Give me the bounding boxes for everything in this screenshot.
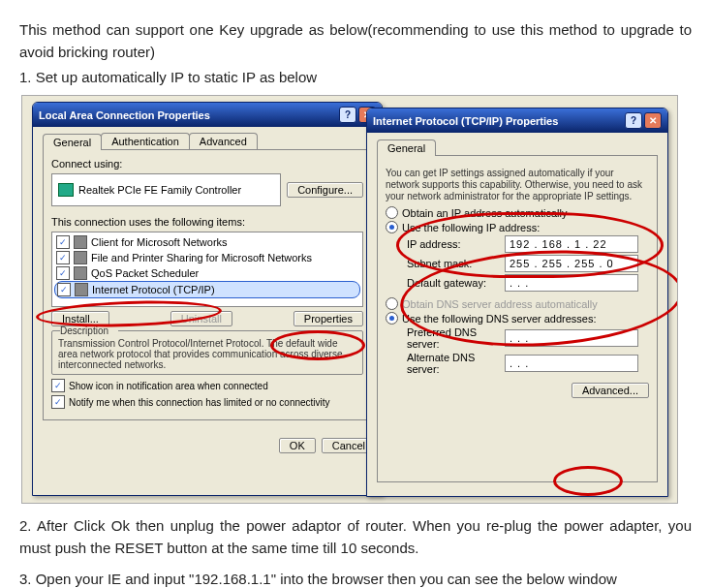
dialog-buttons-tcp: OK Cancel	[367, 490, 667, 497]
preferred-dns-label: Preferred DNS server:	[407, 326, 499, 350]
radio-obtain-ip[interactable]: Obtain an IP address automatically	[386, 206, 649, 219]
description-label: Description	[60, 325, 118, 336]
close-icon[interactable]: ✕	[644, 112, 662, 129]
tab-general[interactable]: General	[43, 134, 102, 150]
radio-use-dns[interactable]: Use the following DNS server addresses:	[386, 312, 649, 325]
advanced-button[interactable]: Advanced...	[572, 383, 649, 398]
service-icon	[74, 266, 87, 280]
default-gateway-field[interactable]: . . .	[505, 274, 638, 292]
checkbox-show-icon[interactable]: ✓	[51, 379, 65, 392]
window-lan-properties: Local Area Connection Properties ? ✕ Gen…	[32, 102, 383, 496]
adapter-field: Realtek PCIe FE Family Controller	[51, 173, 281, 206]
install-button[interactable]: Install...	[51, 311, 109, 326]
tab-authentication[interactable]: Authentication	[101, 133, 190, 149]
checkbox-notify[interactable]: ✓	[51, 395, 65, 409]
checkbox-icon[interactable]: ✓	[57, 283, 71, 296]
checkbox-icon[interactable]: ✓	[56, 251, 70, 264]
subnet-mask-field[interactable]: 255 . 255 . 255 . 0	[505, 255, 638, 272]
ip-address-label: IP address:	[407, 238, 499, 250]
help-icon[interactable]: ?	[339, 107, 356, 123]
client-icon	[74, 235, 87, 249]
radio-obtain-dns: Obtain DNS server address automatically	[386, 297, 649, 310]
service-icon	[74, 251, 87, 264]
show-icon-label: Show icon in notification area when conn…	[69, 381, 268, 391]
checkbox-icon[interactable]: ✓	[56, 266, 70, 280]
components-listbox[interactable]: ✓Client for Microsoft Networks ✓File and…	[51, 232, 363, 307]
list-item-tcpip: ✓Internet Protocol (TCP/IP)	[54, 281, 360, 298]
network-adapter-icon	[58, 183, 74, 197]
uninstall-button: Uninstall	[170, 311, 232, 326]
ok-button[interactable]: OK	[279, 438, 316, 453]
screenshot-panel: Local Area Connection Properties ? ✕ Gen…	[21, 95, 678, 504]
connect-using-label: Connect using:	[51, 158, 363, 170]
tabs-lan: General Authentication Advanced	[43, 133, 372, 149]
step-1: 1. Set up automatically IP to static IP …	[19, 69, 692, 85]
tcp-intro-text: You can get IP settings assigned automat…	[386, 168, 649, 202]
configure-button[interactable]: Configure...	[287, 182, 363, 198]
description-group: Description Transmission Control Protoco…	[51, 330, 363, 375]
help-icon[interactable]: ?	[625, 112, 642, 129]
adapter-name: Realtek PCIe FE Family Controller	[78, 184, 241, 196]
title-tcp: Internet Protocol (TCP/IP) Properties	[373, 115, 558, 127]
properties-button[interactable]: Properties	[294, 311, 363, 326]
window-tcpip-properties: Internet Protocol (TCP/IP) Properties ? …	[366, 108, 668, 497]
tab-general-tcp[interactable]: General	[377, 139, 436, 156]
titlebar-lan[interactable]: Local Area Connection Properties ? ✕	[33, 103, 382, 127]
description-text: Transmission Control Protocol/Internet P…	[58, 338, 356, 370]
list-item: ✓Client for Microsoft Networks	[54, 234, 360, 250]
list-item: ✓QoS Packet Scheduler	[54, 265, 360, 281]
titlebar-tcp[interactable]: Internet Protocol (TCP/IP) Properties ? …	[367, 108, 667, 133]
default-gateway-label: Default gateway:	[407, 277, 499, 289]
subnet-mask-label: Subnet mask:	[407, 258, 499, 269]
dialog-buttons-lan: OK Cancel	[33, 428, 382, 463]
title-lan: Local Area Connection Properties	[39, 109, 210, 121]
items-label: This connection uses the following items…	[51, 216, 363, 228]
tab-advanced[interactable]: Advanced	[189, 133, 258, 149]
list-item: ✓File and Printer Sharing for Microsoft …	[54, 250, 360, 265]
checkbox-icon[interactable]: ✓	[56, 235, 70, 249]
step-3: 3. Open your IE and input "192.168.1.1" …	[19, 569, 692, 588]
ip-fields-group: IP address:192 . 168 . 1 . 22 Subnet mas…	[407, 235, 649, 292]
preferred-dns-field[interactable]: . . .	[505, 329, 638, 347]
ip-address-field[interactable]: 192 . 168 . 1 . 22	[505, 235, 638, 253]
step-2: 2. After Click Ok then unplug the power …	[19, 515, 692, 559]
radio-use-ip[interactable]: Use the following IP address:	[386, 221, 649, 233]
alternate-dns-field[interactable]: . . .	[505, 355, 638, 372]
intro-text: This method can support one Key upgrade …	[19, 19, 692, 63]
protocol-icon	[75, 283, 88, 296]
dns-fields-group: Preferred DNS server: . . . Alternate DN…	[407, 326, 649, 375]
alternate-dns-label: Alternate DNS server:	[407, 352, 499, 375]
notify-label: Notify me when this connection has limit…	[69, 397, 330, 408]
